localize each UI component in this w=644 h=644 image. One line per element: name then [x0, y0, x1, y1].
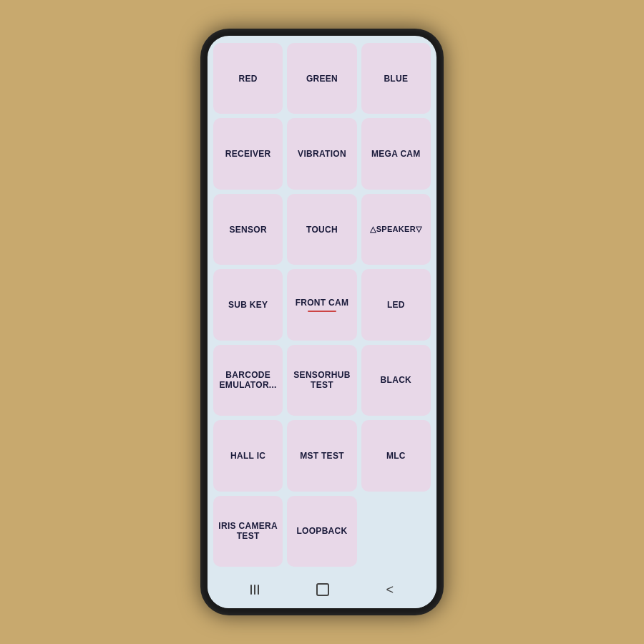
sensor-button[interactable]: SENSOR — [213, 194, 283, 265]
sensorhub-test-button[interactable]: SENSORHUBTEST — [287, 345, 356, 416]
home-button[interactable] — [316, 583, 329, 596]
touch-button[interactable]: TOUCH — [287, 194, 356, 265]
barcode-emulator-label: BARCODEEMULATOR... — [220, 370, 277, 390]
red-button[interactable]: RED — [213, 43, 283, 114]
sub-key-button[interactable]: SUB KEY — [213, 269, 283, 340]
phone-device: RED GREEN BLUE RECEIVER VIBRATION MEGA C… — [200, 29, 444, 615]
back-button[interactable]: < — [386, 582, 394, 597]
receiver-button[interactable]: RECEIVER — [213, 118, 283, 189]
cam-line-indicator — [308, 311, 336, 312]
recent-apps-icon — [250, 585, 259, 595]
empty-cell — [361, 496, 431, 567]
recent-apps-button[interactable] — [250, 585, 259, 595]
speaker-button[interactable]: △SPEAKER▽ — [361, 194, 431, 265]
loopback-button[interactable]: LOOPBACK — [287, 496, 356, 567]
front-cam-button[interactable]: FRONT CAM — [287, 269, 356, 340]
mst-test-button[interactable]: MST TEST — [287, 420, 356, 491]
iris-camera-test-button[interactable]: IRIS CAMERATEST — [213, 496, 283, 567]
mega-cam-button[interactable]: MEGA CAM — [361, 118, 431, 189]
led-button[interactable]: LED — [361, 269, 431, 340]
front-cam-label: FRONT CAM — [296, 298, 349, 308]
test-menu-grid: RED GREEN BLUE RECEIVER VIBRATION MEGA C… — [213, 43, 431, 567]
mlc-button[interactable]: MLC — [361, 420, 431, 491]
screen-content: RED GREEN BLUE RECEIVER VIBRATION MEGA C… — [208, 36, 436, 571]
vibration-button[interactable]: VIBRATION — [287, 118, 356, 189]
sensorhub-test-label: SENSORHUBTEST — [293, 370, 350, 390]
blue-button[interactable]: BLUE — [361, 43, 431, 114]
black-button[interactable]: BLACK — [361, 345, 431, 416]
green-button[interactable]: GREEN — [287, 43, 356, 114]
hall-ic-button[interactable]: HALL IC — [213, 420, 283, 491]
iris-camera-test-label: IRIS CAMERATEST — [218, 521, 278, 541]
phone-screen: RED GREEN BLUE RECEIVER VIBRATION MEGA C… — [208, 36, 436, 608]
back-icon: < — [386, 582, 394, 597]
navigation-bar: < — [208, 571, 436, 608]
barcode-emulator-button[interactable]: BARCODEEMULATOR... — [213, 345, 283, 416]
home-icon — [316, 583, 329, 596]
